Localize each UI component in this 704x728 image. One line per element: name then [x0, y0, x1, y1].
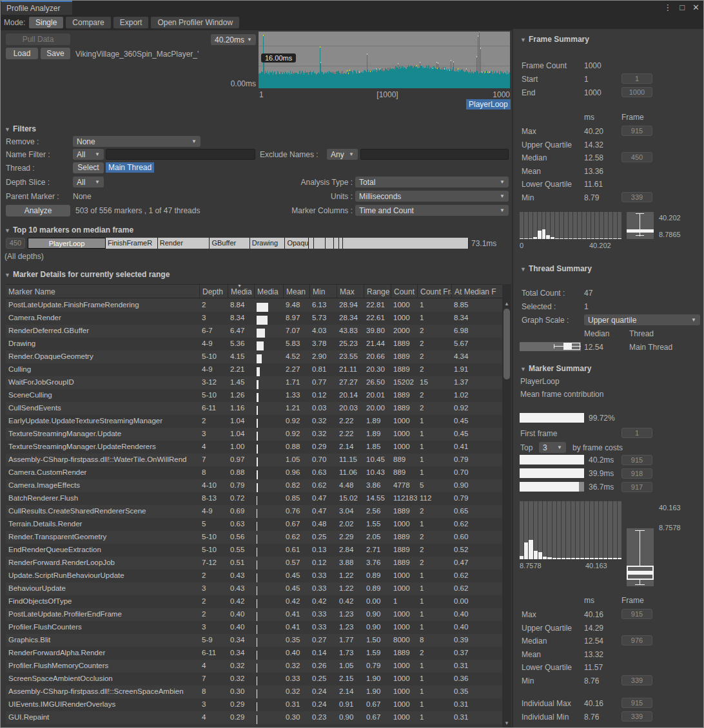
remove-dropdown[interactable]: None▼	[73, 136, 200, 147]
goto-frame-button[interactable]: 339	[621, 675, 652, 685]
thread-value[interactable]: Main Thread	[106, 162, 154, 173]
top10-segment-gbuffer[interactable]: GBuffer	[210, 238, 249, 249]
goto-frame-button[interactable]: 450	[621, 152, 652, 162]
marker-summary-boxplot[interactable]	[627, 528, 654, 586]
mode-tab-single[interactable]: Single	[29, 17, 63, 28]
column-header-4[interactable]: Mean	[283, 285, 309, 298]
top10-segment-playerloop[interactable]: PlayerLoop	[28, 238, 106, 249]
top10-segment-finishframer[interactable]: FinishFrameR	[106, 238, 158, 249]
top-n-dropdown[interactable]: 3▼	[539, 442, 566, 453]
marker-details-header[interactable]: ▼Marker Details for currently selected r…	[5, 270, 170, 279]
goto-frame-button[interactable]: 976	[621, 635, 652, 646]
goto-frame-button[interactable]: 915	[621, 126, 652, 136]
frame-summary-header[interactable]: ▼Frame Summary	[520, 35, 589, 44]
top10-stacked-bar[interactable]: PlayerLoopFinishFrameRRenderGBufferDrawi…	[28, 238, 469, 249]
column-header-10[interactable]: At Median F	[451, 285, 502, 298]
marker-columns-dropdown[interactable]: Time and Count▼	[355, 205, 509, 216]
goto-frame-button[interactable]: 1000	[621, 87, 652, 97]
table-row[interactable]: Camera.ImageEffects4-100.790.820.624.483…	[6, 479, 502, 492]
table-row[interactable]: Graphics.Blit5-90.340.350.271.771.508000…	[6, 634, 502, 647]
table-row[interactable]: BatchRenderer.Flush8-130.720.850.4715.02…	[6, 492, 502, 505]
table-row[interactable]: UIEvents.IMGUIRenderOverlays30.290.310.2…	[6, 698, 502, 711]
table-row[interactable]: FindObjectsOfType20.420.420.420.420.0011…	[6, 595, 502, 608]
top10-segment-9[interactable]	[334, 238, 339, 249]
table-row[interactable]: TextureStreamingManager.Update31.040.920…	[6, 428, 502, 441]
filters-header[interactable]: ▼Filters	[5, 124, 36, 133]
exclude-names-input[interactable]	[360, 149, 509, 160]
table-row[interactable]: SceneCulling5-101.261.330.1220.1420.0118…	[6, 389, 502, 402]
column-header-8[interactable]: Count	[391, 285, 417, 298]
thread-summary-header[interactable]: ▼Thread Summary	[520, 264, 592, 273]
goto-frame-button[interactable]: 339	[621, 711, 652, 722]
thread-range-graph[interactable]	[520, 342, 581, 351]
goto-frame-button[interactable]: 1	[621, 73, 652, 84]
top10-segment-drawing[interactable]: Drawing	[250, 238, 286, 249]
top10-header[interactable]: ▼Top 10 markers on median frame	[5, 225, 133, 235]
table-row[interactable]: CullSendEvents6-111.161.210.0320.0320.00…	[6, 402, 502, 415]
table-row[interactable]: Profiler.FlushCounters30.400.410.331.230…	[6, 621, 502, 634]
column-header-5[interactable]: Min	[309, 285, 337, 298]
name-filter-input[interactable]	[106, 149, 255, 160]
column-header-3[interactable]: Media	[254, 285, 283, 298]
table-row[interactable]: RenderDeferred.GBuffer6-76.477.074.0343.…	[6, 325, 502, 338]
marker-summary-histogram[interactable]	[520, 501, 621, 559]
frame-time-chart[interactable]: 16.00ms	[259, 32, 510, 88]
analyze-button[interactable]: Analyze	[6, 205, 70, 216]
table-row[interactable]: Terrain.Details.Render50.630.670.482.021…	[6, 518, 502, 531]
table-row[interactable]: PostLateUpdate.ProfilerEndFrame20.400.41…	[6, 608, 502, 621]
table-header-row[interactable]: Marker NameDepthMedia▼MediaMeanMinMaxRan…	[6, 284, 502, 298]
median-frame-badge[interactable]: 450	[6, 238, 25, 249]
table-row[interactable]: Update.ScriptRunBehaviourUpdate20.430.45…	[6, 570, 502, 582]
goto-frame-button[interactable]: 915	[621, 698, 652, 708]
top10-segment-opaqu[interactable]: Opaqu	[285, 238, 308, 249]
table-row[interactable]: Drawing4-95.365.833.7825.2321.44188925.6…	[6, 338, 502, 350]
table-row[interactable]: EndRenderQueueExtraction5-100.550.610.13…	[6, 544, 502, 557]
table-row[interactable]: Assembly-CSharp-firstpass.dll!::ScreenSp…	[6, 685, 502, 698]
units-dropdown[interactable]: Milliseconds▼	[355, 191, 509, 202]
goto-frame-button[interactable]: 915	[621, 455, 652, 465]
top10-segment-render[interactable]: Render	[158, 238, 210, 249]
frame-summary-boxplot[interactable]	[627, 212, 654, 239]
graph-scale-dropdown[interactable]: Upper quartile▼	[584, 314, 700, 325]
table-row[interactable]: GUI.Repaint40.290.300.230.900.67100010.3…	[6, 711, 502, 724]
table-row[interactable]: TextureStreamingManager.UpdateRenderers4…	[6, 441, 502, 454]
scroll-up-icon[interactable]: ▲	[502, 284, 511, 307]
name-filter-mode-dropdown[interactable]: All▼	[73, 149, 104, 160]
column-header-1[interactable]: Depth	[199, 285, 228, 298]
column-header-7[interactable]: Range	[364, 285, 391, 298]
scrollbar-thumb[interactable]	[504, 309, 510, 379]
exclude-mode-dropdown[interactable]: Any▼	[327, 149, 358, 160]
table-scrollbar[interactable]: ▲ ▼	[502, 284, 511, 728]
load-button[interactable]: Load	[6, 48, 38, 59]
table-row[interactable]: Profiler.FlushMemoryCounters40.320.320.2…	[6, 660, 502, 673]
selected-marker-label[interactable]: PlayerLoop	[466, 99, 511, 110]
table-row[interactable]: RenderForward.RenderLoopJob7-120.510.570…	[6, 557, 502, 570]
goto-frame-button[interactable]: 339	[621, 192, 652, 202]
column-header-9[interactable]: Count Fra	[417, 285, 451, 298]
goto-frame-button[interactable]: 918	[621, 468, 652, 479]
close-icon[interactable]: ✕	[692, 3, 699, 12]
table-row[interactable]: PostLateUpdate.FinishFrameRendering28.84…	[6, 299, 502, 312]
table-row[interactable]: WaitForJobGroupID3-121.451.710.7727.2726…	[6, 376, 502, 389]
save-button[interactable]: Save	[41, 48, 70, 59]
table-row[interactable]: EarlyUpdate.UpdateTextureStreamingManage…	[6, 415, 502, 428]
range-dropdown[interactable]: 40.20ms▼	[211, 34, 256, 45]
goto-frame-button[interactable]: 917	[621, 482, 652, 492]
top10-segment-6[interactable]	[309, 238, 314, 249]
depth-slice-dropdown[interactable]: All▼	[73, 177, 104, 187]
table-row[interactable]: Assembly-CSharp-firstpass.dll!::WaterTil…	[6, 454, 502, 466]
top10-segment-11[interactable]	[343, 238, 469, 249]
frame-summary-histogram[interactable]	[520, 212, 621, 239]
goto-frame-button[interactable]: 915	[621, 609, 652, 619]
thread-select-button[interactable]: Select	[73, 162, 104, 173]
mode-tab-export[interactable]: Export	[113, 17, 149, 28]
table-row[interactable]: RenderForwardAlpha.Render6-110.340.400.1…	[6, 647, 502, 660]
top10-segment-7[interactable]	[314, 238, 326, 249]
column-header-2[interactable]: Media▼	[228, 285, 254, 298]
analysis-type-dropdown[interactable]: Total▼	[355, 177, 509, 187]
table-row[interactable]: ScreenSpaceAmbientOcclusion70.320.330.25…	[6, 673, 502, 685]
table-row[interactable]: Camera.CustomRender80.880.960.6311.0610.…	[6, 466, 502, 479]
table-row[interactable]: CullResults.CreateSharedRendererScene4-9…	[6, 505, 502, 518]
table-row[interactable]: Render.TransparentGeometry5-100.560.620.…	[6, 531, 502, 544]
tab-profile-analyzer[interactable]: Profile Analyzer	[1, 1, 72, 15]
